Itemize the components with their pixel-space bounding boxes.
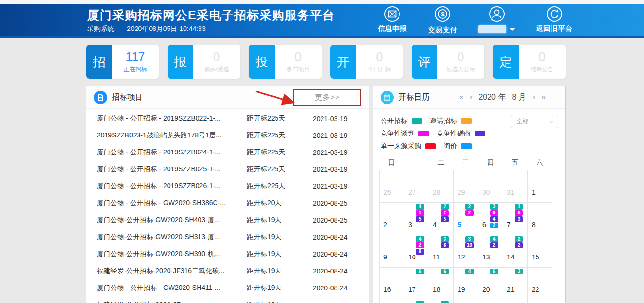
prev-month-button[interactable]: ‹ [470,93,472,102]
day-number: 22 [532,286,539,293]
project-name: 厦门公物 - 公开招标 - 2019SZZB022-1-... [97,114,247,123]
calendar-day-cell[interactable]: 27 [478,300,503,303]
stat-card-1[interactable]: 招117正在招标 [86,45,159,79]
project-row[interactable]: 厦门公物-公开招标-GW2020-SH390-机...距开标19天2020-08… [86,245,369,262]
project-row[interactable]: 2019SZZB023-1鼓浪屿龙头路178号1层...距开标225天2021-… [86,127,369,144]
project-row[interactable]: 厦门公物-公开招标-GW2020-SH313-厦...距开标19天2020-08… [86,228,369,245]
calendar-day-cell[interactable]: 2 [380,203,404,235]
user-menu[interactable] [478,5,515,35]
project-countdown: 距开标19天 [247,301,313,303]
info-declare-button[interactable]: 信息申报 [378,5,407,35]
project-row[interactable]: 厦门公物-公开招标-GW2020-SH403-厦...距开标19天2020-08… [86,212,369,228]
calendar-day-cell[interactable]: 1837 [503,203,528,235]
more-button[interactable]: 更多>> [293,89,361,106]
calendar-day-cell[interactable]: 1 [528,170,552,203]
calendar-day-cell[interactable]: 26 [380,170,404,203]
badge-magenta: 6 [490,210,498,216]
calendar-day-cell[interactable]: 2254 [429,203,454,235]
stat-value: 0 [376,51,383,63]
stat-char: 开 [330,45,356,79]
project-row[interactable]: 厦门公物 - 公开招标 - 2019SZZB024-1-...距开标225天20… [86,144,369,161]
project-row[interactable]: 福建经发-公开招标-2020-JF...距开标19天2020-08-24 [86,296,369,303]
calendar-day-cell[interactable]: 27 [404,170,429,203]
day-badges: 3 [515,269,523,275]
calendar-day-cell[interactable]: 4153 [404,203,429,235]
bid-projects-header: 招标项目 更多>> [86,86,369,109]
stat-info: 0参与项目 [275,45,322,79]
stat-card-5[interactable]: 评0候选人公示 [412,45,484,79]
type-filter-select[interactable]: 全部 [511,115,558,128]
project-name: 厦门公物-公开招标-GW2020-SH390-机... [97,250,247,258]
stat-value: 0 [458,51,464,63]
return-old-platform-button[interactable]: 返回旧平台 [536,5,572,35]
calendar-legend: 公开招标邀请招标竞争性谈判竞争性磋商单一来源采购询价 全部 [373,109,565,154]
calendar-day-cell[interactable]: 4213 [478,235,503,268]
weekday-label: 一 [404,158,429,167]
stat-card-3[interactable]: 投0参与项目 [249,45,322,79]
calendar-day-cell[interactable]: 2214 [503,235,528,268]
calendar-day-cell[interactable]: 42810 [404,235,429,268]
project-row[interactable]: 厦门公物 - 公开招标 - 2019SZZB025-1-...距开标225天20… [86,161,369,178]
calendar-day-cell[interactable]: 618 [429,268,454,300]
project-row[interactable]: 厦门公物 - 公开招标 - 2019SZZB022-1-...距开标225天20… [86,110,369,127]
calendar-day-cell[interactable]: 36426 [478,203,503,235]
calendar-day-cell[interactable]: 419 [454,268,478,300]
day-badges: 428 [416,236,424,255]
badge-blue: 2 [490,223,498,228]
calendar-day-cell[interactable]: 29 [454,170,478,203]
weekday-label: 五 [503,158,527,167]
project-row[interactable]: 厦门公物 - 公开招标 - GW2020-SH386C-...距开标20天202… [86,195,369,212]
day-number: 7 [507,221,511,228]
calendar-day-cell[interactable]: 15 [528,235,552,268]
badge-magenta: 8 [515,210,523,216]
calendar-day-cell[interactable]: 321 [503,268,528,300]
calendar-day-cell[interactable]: 23 [380,300,404,303]
stat-card-2[interactable]: 报0购买/受邀 [168,45,240,79]
project-row[interactable]: 福建经发-公开招标-2020-JF316二氧化碳...距开标19天2020-08… [86,262,369,279]
calendar-day-cell[interactable]: 24 [404,300,429,303]
next-month-button[interactable]: › [533,93,535,102]
calendar-day-cell[interactable]: 29 [528,300,552,303]
prev-year-button[interactable]: « [459,93,463,102]
calendar-day-cell[interactable]: 30 [478,170,503,203]
calendar-day-cell[interactable]: 225 [454,203,478,235]
day-number: 5 [458,221,461,228]
calendar-day-cell[interactable]: 25 [429,300,454,303]
stat-label: 正在招标 [124,65,147,74]
calendar-day-cell[interactable]: 26 [454,300,478,303]
calendar-day-cell[interactable]: 617 [404,268,429,300]
stat-char: 评 [412,45,437,79]
username-masked [478,25,506,33]
calendar-week-row: 23242526272829 [380,300,552,303]
project-row[interactable]: 厦门公物 - 公开招标 - 2019SZZB026-1-...距开标225天20… [86,178,369,195]
day-badges: 6 [441,269,449,275]
calendar-day-cell[interactable]: 620 [478,268,503,300]
stat-card-6[interactable]: 定0结果公告 [493,45,566,79]
calendar-day-cell[interactable]: 31012 [454,235,478,268]
calendar-day-cell[interactable]: 28 [429,170,454,203]
stat-char: 投 [249,45,275,79]
stat-label: 参与项目 [287,65,310,74]
badge-teal: 3 [465,236,474,242]
calendar-day-cell[interactable]: 22 [528,268,552,300]
badge-teal: 6 [416,269,424,274]
trade-pay-button[interactable]: $ 交易支付 [428,5,457,35]
system-label: 采购系统 [87,25,114,33]
badge-teal: 2 [515,236,523,242]
calendar-day-cell[interactable]: 9 [380,235,404,268]
calendar-day-cell[interactable]: 16 [380,268,404,300]
badge-teal: 6 [441,269,449,274]
caret-down-icon [510,28,515,31]
next-year-button[interactable]: » [541,93,546,102]
action-label: 返回旧平台 [536,24,572,33]
calendar-day-cell[interactable]: 3811 [429,235,454,268]
calendar-day-cell[interactable]: 28 [503,300,528,303]
project-row[interactable]: 厦门公物 - 公开招标 - GW2020-SH411-...距开标19天2020… [86,279,369,296]
bid-projects-list: 厦门公物 - 公开招标 - 2019SZZB022-1-...距开标225天20… [86,109,369,303]
legend-label: 竞争性谈判 [381,129,414,138]
day-badges: 310 [465,236,474,249]
calendar-day-cell[interactable]: 8 [528,203,552,235]
stat-value: 0 [214,51,220,63]
calendar-day-cell[interactable]: 31 [503,170,528,203]
stat-card-4[interactable]: 开0今日开标 [330,45,403,79]
